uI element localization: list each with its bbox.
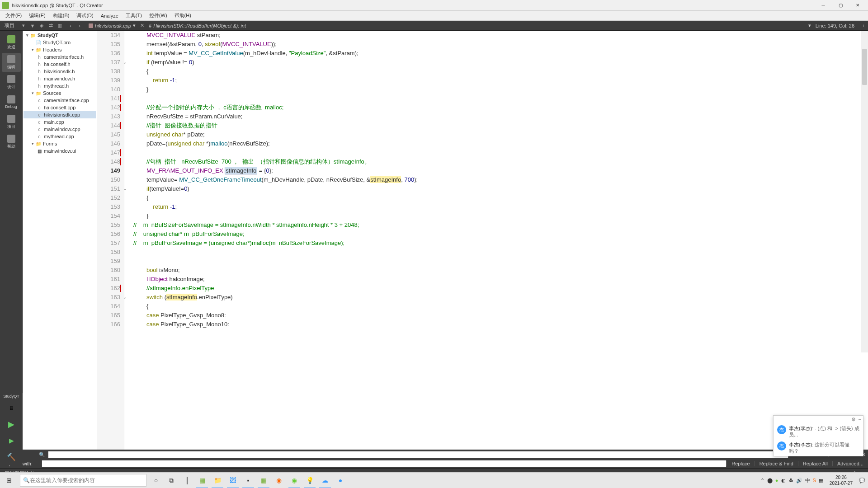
start-button[interactable]: ⊞ xyxy=(0,473,18,488)
replace-input[interactable] xyxy=(42,460,726,467)
task-view-icon[interactable]: ⧉ xyxy=(164,473,179,488)
notif-item[interactable]: 杰 李杰(李杰): 这部分可以看懂吗？ xyxy=(774,440,863,456)
breadcrumb-file[interactable]: hikvisionsdk.cpp ▾ xyxy=(86,23,138,28)
tree-header-file[interactable]: hcamerainterface.h xyxy=(24,53,96,61)
tree-cpp-file[interactable]: ccamerainterface.cpp xyxy=(24,97,96,104)
replace-all-button[interactable]: Replace All xyxy=(798,461,832,466)
volume-icon[interactable]: 🔊 xyxy=(796,478,802,483)
notif-item[interactable]: 杰 李杰(李杰): . (点) 和 -> (箭头) 成员... xyxy=(774,423,863,440)
split-icon[interactable]: ▥ xyxy=(56,22,64,30)
advanced-button[interactable]: Advanced... xyxy=(832,461,868,466)
tray-overflow-icon[interactable]: ⌃ xyxy=(760,478,764,483)
taskbar-app-icon[interactable]: ▦ xyxy=(256,473,271,488)
tree-header-file[interactable]: hmythread.h xyxy=(24,82,96,89)
tray-icon[interactable]: ● xyxy=(775,478,778,483)
tree-project-root[interactable]: ▾📁StudyQT xyxy=(24,32,96,39)
windows-search-box[interactable]: 🔍 xyxy=(20,474,146,487)
pin-icon[interactable]: + xyxy=(859,22,868,30)
menu-help[interactable]: 帮助(H) xyxy=(171,11,195,20)
notifications-icon[interactable]: 💬 xyxy=(859,478,865,483)
editor-scrollbar[interactable] xyxy=(861,31,868,352)
dropdown-icon[interactable]: ▾ xyxy=(133,23,136,28)
windows-search-input[interactable] xyxy=(30,477,143,483)
tree-sources-folder[interactable]: ▾📁Sources xyxy=(24,89,96,97)
tray-icon[interactable]: ⬤ xyxy=(767,478,773,483)
file-explorer-icon[interactable]: 📁 xyxy=(210,473,225,488)
terminal-icon[interactable]: ▪ xyxy=(241,473,256,488)
menu-analyze[interactable]: Analyze xyxy=(97,12,122,19)
taskbar-app-icon[interactable]: ▦ xyxy=(194,473,210,488)
ime-icon[interactable]: 中 xyxy=(805,477,810,484)
notif-settings-icon[interactable]: ⚙ xyxy=(851,417,856,422)
tree-header-file[interactable]: hmainwindow.h xyxy=(24,75,96,82)
debug-run-button[interactable]: ▶ xyxy=(5,434,18,447)
mode-debug[interactable]: Debug xyxy=(2,93,21,112)
tray-icon[interactable]: S xyxy=(813,478,816,483)
menu-tools[interactable]: 工具(T) xyxy=(122,11,146,20)
tree-header-file[interactable]: hhalconself.h xyxy=(24,61,96,68)
nav-arrows: ‹ › xyxy=(64,22,86,30)
line-number-gutter[interactable]: 1341351361371381391401411421431441451461… xyxy=(97,31,124,450)
code-area[interactable]: 1341351361371381391401411421431441451461… xyxy=(97,31,868,450)
mode-design[interactable]: 设计 xyxy=(2,73,21,92)
maximize-button[interactable]: ▢ xyxy=(832,0,849,10)
taskbar-app-icon[interactable]: ◉ xyxy=(287,473,302,488)
taskbar-app-icon[interactable]: ║ xyxy=(179,473,194,488)
mode-welcome[interactable]: 欢迎 xyxy=(2,33,21,52)
run-button[interactable]: ▶ xyxy=(5,418,18,431)
tree-forms-folder[interactable]: ▾📁Forms xyxy=(24,140,96,147)
replace-find-button[interactable]: Replace & Find xyxy=(755,461,798,466)
system-tray[interactable]: ⌃ ⬤ ● ◐ 🖧 🔊 中 S ▦ 20:26 2021-07-27 💬 xyxy=(758,474,868,486)
link-icon[interactable]: ⇄ xyxy=(47,22,55,30)
taskbar-app-icon[interactable]: 🖼 xyxy=(225,473,241,488)
replace-button[interactable]: Replace xyxy=(726,461,754,466)
network-icon[interactable]: 🖧 xyxy=(788,478,793,483)
taskbar-clock[interactable]: 20:26 2021-07-27 xyxy=(826,474,856,486)
kit-monitor-icon[interactable]: 🖥 xyxy=(5,401,18,415)
mode-edit[interactable]: 编辑 xyxy=(2,53,21,72)
filter-icon[interactable]: ▼ xyxy=(28,22,37,30)
tree-pro-file[interactable]: 📄StudyQT.pro xyxy=(24,39,96,46)
close-file-icon[interactable]: ✕ xyxy=(138,23,146,28)
code-editor[interactable]: 1341351361371381391401411421431441451461… xyxy=(97,31,868,450)
build-button[interactable]: 🔨 xyxy=(5,450,18,464)
menu-debug[interactable]: 调试(D) xyxy=(73,11,97,20)
tree-header-file[interactable]: hhikvisionsdk.h xyxy=(24,68,96,75)
breadcrumb-symbol[interactable]: # HikvisionSDK::ReadBuffer(MObject &): i… xyxy=(146,23,249,28)
tree-cpp-file[interactable]: chalconself.cpp xyxy=(24,104,96,111)
taskbar-app-icon[interactable]: ● xyxy=(333,473,348,488)
menu-widgets[interactable]: 控件(W) xyxy=(146,11,171,20)
dropdown-icon[interactable]: ▾ xyxy=(19,22,28,30)
tray-icon[interactable]: ▦ xyxy=(819,478,823,483)
tree-cpp-file[interactable]: cmain.cpp xyxy=(24,118,96,126)
minimize-button[interactable]: ─ xyxy=(815,0,832,10)
nav-back-icon[interactable]: ‹ xyxy=(66,22,75,30)
kit-selector[interactable]: StudyQT xyxy=(3,394,19,399)
scrollbar-thumb[interactable] xyxy=(862,49,867,85)
menu-build[interactable]: 构建(B) xyxy=(49,11,73,20)
tray-icon[interactable]: ◐ xyxy=(781,478,786,483)
close-button[interactable]: ✕ xyxy=(849,0,866,10)
sync-icon[interactable]: ◈ xyxy=(38,22,46,30)
nav-fwd-icon[interactable]: › xyxy=(75,22,84,30)
menu-edit[interactable]: 编辑(E) xyxy=(25,11,49,20)
find-input[interactable] xyxy=(48,451,788,458)
project-tree[interactable]: ▾📁StudyQT 📄StudyQT.pro ▾📁Headers hcamera… xyxy=(23,31,97,450)
tree-cpp-file[interactable]: cmythread.cpp xyxy=(24,133,96,140)
taskbar-app-icon[interactable]: ☁ xyxy=(317,473,333,488)
taskbar-app-icon[interactable]: ◉ xyxy=(271,473,287,488)
tree-cpp-file-active[interactable]: chikvisionsdk.cpp xyxy=(24,111,96,118)
project-selector-label[interactable]: 项目 xyxy=(0,22,19,29)
tree-cpp-file[interactable]: cmainwindow.cpp xyxy=(24,126,96,133)
cortana-icon[interactable]: ○ xyxy=(148,473,164,488)
code-body[interactable]: MVCC_INTVALUE stParam; memset(&stParam, … xyxy=(124,31,868,450)
taskbar-app-icon[interactable]: 💡 xyxy=(302,473,317,488)
notif-close-icon[interactable]: − xyxy=(859,417,861,422)
tree-headers-folder[interactable]: ▾📁Headers xyxy=(24,46,96,53)
notif-header: ⚙ − xyxy=(774,416,863,423)
menu-file[interactable]: 文件(F) xyxy=(2,11,25,20)
tree-ui-file[interactable]: ▦mainwindow.ui xyxy=(24,147,96,155)
mode-projects[interactable]: 项目 xyxy=(2,113,21,131)
chat-notification-popup[interactable]: ⚙ − 杰 李杰(李杰): . (点) 和 -> (箭头) 成员... 杰 李杰… xyxy=(773,415,863,456)
mode-help[interactable]: 帮助 xyxy=(2,132,21,151)
